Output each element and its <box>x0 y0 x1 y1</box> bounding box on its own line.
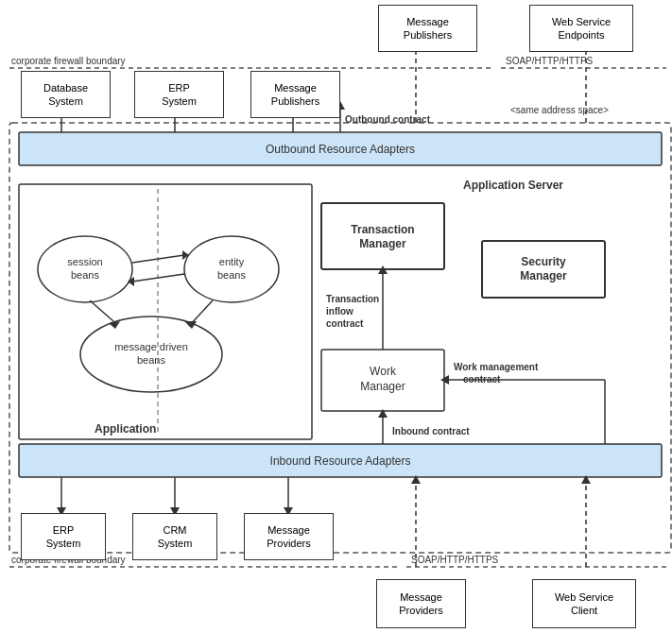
svg-text:Manager: Manager <box>360 380 405 393</box>
svg-line-28 <box>90 300 113 321</box>
svg-marker-31 <box>184 321 197 329</box>
svg-text:beans: beans <box>71 269 99 281</box>
web-service-client-label: Web ServiceClient <box>555 590 613 618</box>
svg-text:Transaction: Transaction <box>351 223 414 236</box>
svg-text:contract: contract <box>463 374 501 385</box>
svg-marker-47 <box>440 375 449 385</box>
message-providers-ext-box: MessageProviders <box>376 579 466 628</box>
svg-text:Transaction: Transaction <box>326 294 379 304</box>
svg-text:SOAP/HTTP/HTTPS: SOAP/HTTP/HTTPS <box>506 56 594 66</box>
message-publishers-mid-box: MessagePublishers <box>250 71 340 118</box>
svg-text:Work management: Work management <box>454 362 539 372</box>
svg-point-17 <box>184 236 279 302</box>
web-service-client-box: Web ServiceClient <box>532 579 636 628</box>
svg-text:corporate firewall boundary: corporate firewall boundary <box>11 56 126 66</box>
svg-point-14 <box>38 236 132 302</box>
svg-rect-12 <box>19 184 312 439</box>
svg-text:Application Server: Application Server <box>463 179 563 192</box>
svg-text:Security: Security <box>521 255 566 268</box>
svg-line-26 <box>132 274 184 282</box>
svg-text:Inbound contract: Inbound contract <box>392 426 470 436</box>
svg-line-24 <box>132 255 184 263</box>
svg-text:inflow: inflow <box>326 306 353 316</box>
crm-system-box: CRMSystem <box>132 513 217 560</box>
diagram: corporate firewall boundary SOAP/HTTP/HT… <box>0 0 672 633</box>
web-service-endpoints-box: Web ServiceEndpoints <box>529 5 633 52</box>
svg-text:beans: beans <box>217 269 246 281</box>
svg-marker-29 <box>109 321 120 329</box>
svg-marker-54 <box>378 409 388 418</box>
svg-rect-38 <box>321 350 444 411</box>
svg-text:message driven: message driven <box>114 341 188 352</box>
erp-system-bot-label: ERPSystem <box>46 523 81 551</box>
database-system-label: DatabaseSystem <box>43 81 88 109</box>
svg-text:Application: Application <box>95 422 156 436</box>
svg-text:contract: contract <box>326 318 364 329</box>
web-service-endpoints-label: Web ServiceEndpoints <box>552 15 611 43</box>
svg-rect-5 <box>9 123 671 553</box>
message-publishers-mid-label: MessagePublishers <box>271 81 319 109</box>
erp-system-top-label: ERPSystem <box>162 81 197 109</box>
svg-text:Manager: Manager <box>359 237 406 250</box>
database-system-box: DatabaseSystem <box>21 71 111 118</box>
svg-marker-79 <box>581 475 591 484</box>
svg-rect-6 <box>19 132 662 165</box>
svg-text:beans: beans <box>137 354 165 366</box>
erp-system-top-box: ERPSystem <box>134 71 224 118</box>
erp-system-bot-box: ERPSystem <box>21 513 106 560</box>
message-providers-bot-box: MessageProviders <box>244 513 334 560</box>
message-providers-bot-label: MessageProviders <box>267 523 310 551</box>
svg-text:<same address space>: <same address space> <box>510 105 609 115</box>
svg-text:Inbound Resource Adapters: Inbound Resource Adapters <box>270 454 411 468</box>
svg-text:Outbound contract: Outbound contract <box>345 114 431 125</box>
message-publishers-top-box: Message Publishers <box>378 5 477 52</box>
svg-line-30 <box>189 300 213 326</box>
svg-point-20 <box>80 316 222 392</box>
svg-marker-77 <box>411 475 421 484</box>
svg-rect-32 <box>321 203 444 269</box>
svg-rect-35 <box>482 241 605 298</box>
svg-marker-42 <box>378 265 388 274</box>
svg-text:Manager: Manager <box>520 269 567 282</box>
svg-text:entity: entity <box>219 256 245 267</box>
svg-text:SOAP/HTTP/HTTPS: SOAP/HTTP/HTTPS <box>411 555 499 565</box>
svg-text:session: session <box>67 256 102 267</box>
svg-marker-27 <box>128 277 134 286</box>
svg-marker-25 <box>182 250 189 260</box>
message-providers-ext-label: MessageProviders <box>399 590 442 618</box>
svg-rect-51 <box>19 444 662 477</box>
svg-text:Outbound Resource Adapters: Outbound Resource Adapters <box>266 143 415 156</box>
message-publishers-top-label: Message Publishers <box>383 15 473 43</box>
crm-system-label: CRMSystem <box>158 523 193 551</box>
svg-text:Work: Work <box>370 365 397 378</box>
